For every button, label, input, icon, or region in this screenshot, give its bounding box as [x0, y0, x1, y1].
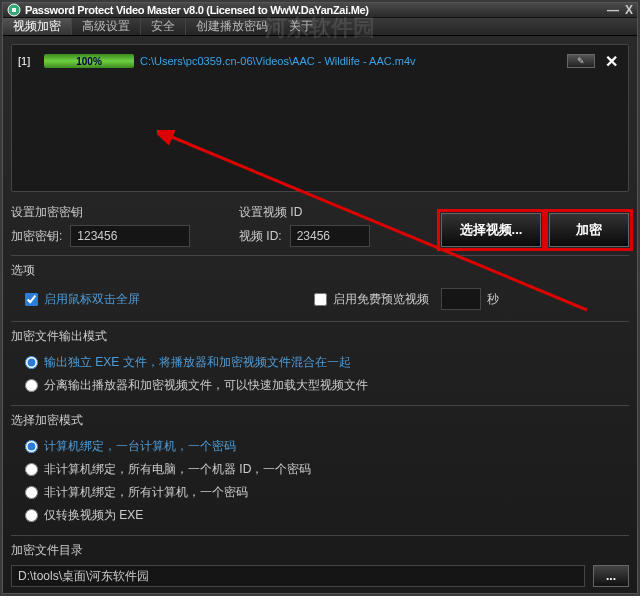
file-index: [1] [18, 55, 38, 67]
mode-opt2[interactable]: 非计算机绑定，所有电脑，一个机器 ID，一个密码 [11, 458, 629, 481]
section-dir: 加密文件目录 [11, 542, 629, 559]
select-video-button[interactable]: 选择视频... [441, 213, 541, 247]
titlebar: Password Protect Video Master v8.0 (Lice… [3, 3, 637, 18]
mode-opt1[interactable]: 计算机绑定，一台计算机，一个密码 [11, 435, 629, 458]
close-button[interactable]: X [625, 3, 633, 17]
preview-option[interactable]: 启用免费预览视频 秒 [300, 285, 499, 313]
section-options: 选项 [11, 262, 629, 279]
mode-radio3[interactable] [25, 486, 38, 499]
output-label2: 分离输出播放器和加密视频文件，可以快速加载大型视频文件 [44, 377, 368, 394]
mode-opt4[interactable]: 仅转换视频为 EXE [11, 504, 629, 527]
tab-encrypt[interactable]: 视频加密 [3, 18, 72, 35]
output-opt2[interactable]: 分离输出播放器和加密视频文件，可以快速加载大型视频文件 [11, 374, 629, 397]
key-input[interactable] [70, 225, 190, 247]
section-id: 设置视频 ID [239, 204, 399, 221]
preview-label: 启用免费预览视频 [333, 291, 429, 308]
mode-opt3[interactable]: 非计算机绑定，所有计算机，一个密码 [11, 481, 629, 504]
mode-radio1[interactable] [25, 440, 38, 453]
browse-button[interactable]: ... [593, 565, 629, 587]
preview-seconds-input[interactable] [441, 288, 481, 310]
tab-security[interactable]: 安全 [141, 18, 186, 35]
fullscreen-checkbox[interactable] [25, 293, 38, 306]
mode-label4: 仅转换视频为 EXE [44, 507, 143, 524]
fullscreen-label: 启用鼠标双击全屏 [44, 291, 140, 308]
progress-bar: 100% [44, 54, 134, 68]
encrypt-button[interactable]: 加密 [549, 213, 629, 247]
output-radio2[interactable] [25, 379, 38, 392]
file-list: [1] 100% C:\Users\pc0359.cn-06\Videos\AA… [11, 44, 629, 192]
id-input[interactable] [290, 225, 370, 247]
section-output: 加密文件输出模式 [11, 328, 629, 345]
file-row[interactable]: [1] 100% C:\Users\pc0359.cn-06\Videos\AA… [18, 51, 622, 71]
mode-radio2[interactable] [25, 463, 38, 476]
output-opt1[interactable]: 输出独立 EXE 文件，将播放器和加密视频文件混合在一起 [11, 351, 629, 374]
section-mode: 选择加密模式 [11, 412, 629, 429]
seconds-label: 秒 [487, 291, 499, 308]
window-title: Password Protect Video Master v8.0 (Lice… [25, 4, 607, 16]
remove-file-button[interactable]: ✕ [605, 52, 618, 71]
section-key: 设置加密密钥 [11, 204, 231, 221]
fullscreen-option[interactable]: 启用鼠标双击全屏 [11, 285, 140, 313]
file-path: C:\Users\pc0359.cn-06\Videos\AAC - Wildl… [140, 55, 561, 67]
tab-advanced[interactable]: 高级设置 [72, 18, 141, 35]
edit-icon[interactable]: ✎ [567, 54, 595, 68]
tab-create-password[interactable]: 创建播放密码 [186, 18, 279, 35]
app-icon [7, 3, 21, 17]
mode-label1: 计算机绑定，一台计算机，一个密码 [44, 438, 236, 455]
dir-input[interactable] [11, 565, 585, 587]
minimize-button[interactable]: — [607, 3, 619, 17]
tab-bar: 视频加密 高级设置 安全 创建播放密码 关于 [3, 18, 637, 36]
mode-label3: 非计算机绑定，所有计算机，一个密码 [44, 484, 248, 501]
mode-radio4[interactable] [25, 509, 38, 522]
preview-checkbox[interactable] [314, 293, 327, 306]
output-label1: 输出独立 EXE 文件，将播放器和加密视频文件混合在一起 [44, 354, 351, 371]
tab-about[interactable]: 关于 [279, 18, 324, 35]
svg-rect-1 [12, 8, 16, 12]
output-radio1[interactable] [25, 356, 38, 369]
mode-label2: 非计算机绑定，所有电脑，一个机器 ID，一个密码 [44, 461, 311, 478]
key-label: 加密密钥: [11, 228, 62, 245]
id-label: 视频 ID: [239, 228, 282, 245]
